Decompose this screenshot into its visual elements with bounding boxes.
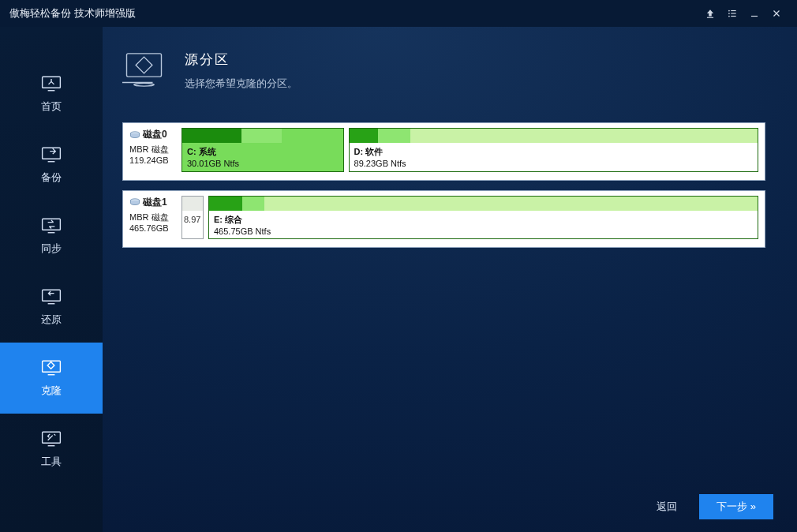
disk-panel-1: 磁盘1 MBR 磁盘 465.76GB 8.97 — [122, 190, 765, 249]
window-title: 傲梅轻松备份 技术师增强版 — [9, 6, 136, 21]
disk-info: 磁盘0 MBR 磁盘 119.24GB — [129, 128, 177, 172]
partition-small[interactable]: 8.97 — [181, 196, 204, 240]
svg-rect-16 — [43, 290, 61, 301]
partition-label: E: 综合 — [214, 214, 753, 226]
nav-label: 克隆 — [41, 384, 62, 398]
disk-name: 磁盘1 — [143, 196, 167, 209]
nav-label: 还原 — [41, 313, 62, 327]
disk-size: 119.24GB — [129, 155, 177, 165]
main-content: 源分区 选择您希望克隆的分区。 磁盘0 MBR 磁盘 119.24GB — [103, 27, 797, 532]
disk-type: MBR 磁盘 — [129, 144, 177, 155]
menu-icon[interactable] — [721, 2, 743, 24]
svg-point-25 — [134, 83, 155, 86]
partition-label: C: 系统 — [187, 146, 339, 158]
disk-icon — [129, 198, 140, 206]
svg-rect-26 — [136, 57, 152, 73]
page-subtitle: 选择您希望克隆的分区。 — [185, 77, 297, 91]
nav-home[interactable]: 首页 — [0, 58, 103, 129]
disk-panel-0: 磁盘0 MBR 磁盘 119.24GB C: 系统 30.01GB Ntfs — [122, 122, 765, 181]
partition-c[interactable]: C: 系统 30.01GB Ntfs — [181, 128, 344, 172]
disk-icon — [129, 131, 140, 139]
source-partition-icon — [122, 51, 166, 88]
nav-backup[interactable]: 备份 — [0, 129, 103, 200]
partition-label: 8.97 — [184, 215, 200, 224]
svg-rect-12 — [43, 148, 61, 159]
nav-label: 首页 — [41, 99, 62, 114]
close-button[interactable] — [765, 2, 788, 24]
partition-e[interactable]: E: 综合 465.75GB Ntfs — [208, 196, 758, 240]
nav-restore[interactable]: 还原 — [0, 272, 103, 343]
disk-info: 磁盘1 MBR 磁盘 465.76GB — [129, 196, 177, 240]
disk-name: 磁盘0 — [143, 128, 167, 141]
upgrade-icon[interactable] — [699, 2, 721, 24]
nav-tools[interactable]: 工具 — [0, 414, 103, 485]
nav-label: 工具 — [41, 455, 62, 469]
page-header: 源分区 选择您希望克隆的分区。 — [122, 51, 765, 91]
partition-d[interactable]: D: 软件 89.23GB Ntfs — [349, 128, 758, 172]
disk-size: 465.76GB — [129, 223, 177, 233]
svg-point-1 — [728, 10, 730, 12]
partition-info: 89.23GB Ntfs — [354, 158, 753, 170]
nav-sync[interactable]: 同步 — [0, 200, 103, 272]
nav-label: 同步 — [41, 242, 62, 256]
svg-point-3 — [728, 13, 730, 14]
partition-label: D: 软件 — [354, 146, 753, 158]
svg-point-5 — [728, 16, 730, 17]
nav-label: 备份 — [41, 170, 62, 185]
sidebar: 首页 备份 同步 还原 克隆 工具 — [0, 27, 103, 532]
title-bar: 傲梅轻松备份 技术师增强版 — [0, 0, 797, 27]
svg-rect-20 — [47, 362, 54, 369]
next-button[interactable]: 下一步 » — [699, 494, 773, 519]
back-button[interactable]: 返回 — [657, 500, 677, 514]
footer: 返回 下一步 » — [103, 481, 797, 532]
page-title: 源分区 — [185, 51, 297, 69]
disk-type: MBR 磁盘 — [129, 212, 177, 223]
minimize-button[interactable] — [743, 2, 765, 24]
partition-info: 465.75GB Ntfs — [214, 226, 753, 238]
partition-info: 30.01GB Ntfs — [187, 158, 339, 170]
nav-clone[interactable]: 克隆 — [0, 343, 103, 414]
